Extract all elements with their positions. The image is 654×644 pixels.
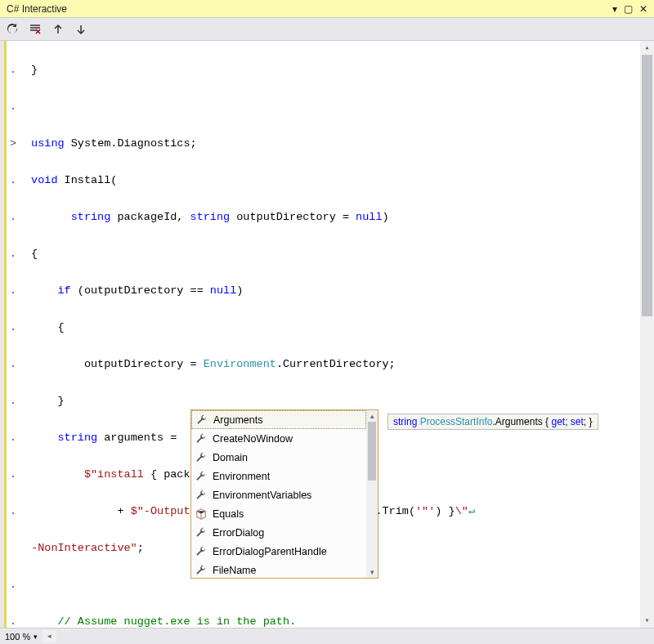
wrench-icon [195, 526, 208, 539]
intellisense-item[interactable]: EnvironmentVariables [191, 485, 366, 504]
chevron-down-icon[interactable]: ▾ [34, 633, 38, 641]
maximize-icon[interactable]: ▢ [624, 4, 633, 14]
wrench-icon [195, 489, 208, 502]
intellisense-tooltip: string ProcessStartInfo.Arguments { get;… [387, 414, 598, 430]
scroll-up-icon[interactable]: ▴ [366, 410, 378, 422]
reset-icon[interactable] [5, 22, 20, 37]
status-bar: 100 % ▾ ◂ [0, 628, 654, 644]
intellisense-item-label: CreateNoWindow [213, 433, 293, 445]
intellisense-item-label: Equals [213, 508, 244, 520]
intellisense-item-label: EnvironmentVariables [213, 490, 311, 501]
intellisense-item[interactable]: Environment [191, 467, 366, 485]
zoom-selector[interactable]: 100 % ▾ [5, 632, 38, 642]
scroll-down-icon[interactable]: ▾ [640, 614, 654, 628]
vertical-scrollbar[interactable]: ▴ ▾ [640, 41, 654, 628]
dropdown-icon[interactable]: ▾ [612, 4, 617, 14]
wrench-icon [195, 545, 208, 558]
intellisense-item[interactable]: FileName [191, 561, 366, 579]
scroll-down-icon[interactable]: ▾ [366, 566, 378, 578]
window-controls: ▾ ▢ ✕ [612, 4, 647, 14]
scrollbar-thumb[interactable] [642, 55, 652, 316]
window-title: C# Interactive [7, 3, 67, 15]
title-bar: C# Interactive ▾ ▢ ✕ [0, 0, 654, 18]
intellisense-item[interactable]: ErrorDialog [191, 523, 366, 542]
wrench-icon [195, 451, 208, 464]
intellisense-item-label: Domain [213, 452, 248, 463]
intellisense-item-label: Arguments [213, 414, 262, 426]
intellisense-item[interactable]: ErrorDialogParentHandle [191, 542, 366, 561]
intellisense-item-label: Environment [213, 471, 270, 482]
scrollbar-thumb[interactable] [368, 422, 376, 481]
toolbar [0, 18, 654, 41]
history-down-icon[interactable] [74, 22, 88, 37]
clear-icon[interactable] [28, 22, 43, 37]
close-icon[interactable]: ✕ [639, 4, 647, 14]
zoom-level: 100 % [5, 632, 30, 642]
intellisense-item[interactable]: Arguments [191, 410, 366, 429]
wrench-icon [195, 470, 208, 483]
intellisense-item[interactable]: Domain [191, 448, 366, 467]
scroll-up-icon[interactable]: ▴ [640, 41, 654, 55]
wrap-glyph-icon: ↵ [468, 503, 475, 521]
wrench-icon [195, 432, 208, 445]
history-up-icon[interactable] [51, 22, 65, 37]
intellisense-item-label: ErrorDialogParentHandle [213, 546, 327, 557]
intellisense-item-label: ErrorDialog [213, 527, 264, 539]
intellisense-popup[interactable]: Arguments CreateNoWindow Domain Environm… [190, 409, 379, 579]
intellisense-item[interactable]: Equals [191, 504, 366, 523]
wrench-icon [195, 414, 208, 427]
intellisense-list[interactable]: Arguments CreateNoWindow Domain Environm… [191, 410, 366, 578]
intellisense-scrollbar[interactable]: ▴ ▾ [366, 410, 378, 578]
cube-icon [195, 508, 208, 521]
intellisense-item-label: FileName [213, 565, 257, 576]
wrench-icon [195, 564, 208, 577]
intellisense-item[interactable]: CreateNoWindow [191, 429, 366, 448]
scroll-left-icon[interactable]: ◂ [43, 630, 56, 642]
